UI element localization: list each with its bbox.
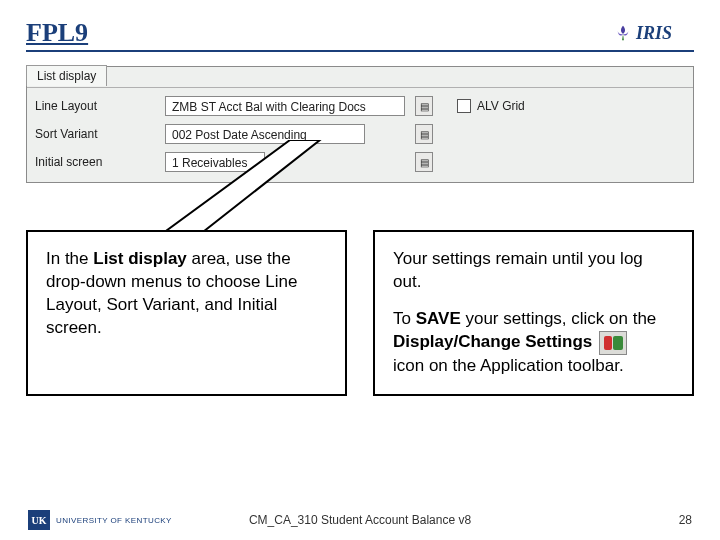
alv-grid-checkbox[interactable]: [457, 99, 471, 113]
display-change-settings-icon: [599, 331, 627, 355]
line-layout-row: Line Layout ZMB ST Acct Bal with Clearin…: [35, 92, 685, 120]
list-display-panel: List display Line Layout ZMB ST Acct Bal…: [26, 66, 694, 183]
alv-grid-label: ALV Grid: [477, 99, 525, 113]
header: FPL9 IRIS: [26, 18, 694, 52]
line-layout-field[interactable]: ZMB ST Acct Bal with Clearing Docs: [165, 96, 405, 116]
left-callout-text-1: In the: [46, 249, 93, 268]
page-number: 28: [679, 513, 692, 527]
uk-logo: UK UNIVERSITY OF KENTUCKY: [28, 510, 172, 530]
iris-logo: IRIS: [614, 18, 694, 48]
list-display-tab[interactable]: List display: [26, 65, 107, 86]
right-callout-settings-bold: Display/Change Settings: [393, 332, 592, 351]
sort-variant-field[interactable]: 002 Post Date Ascending: [165, 124, 365, 144]
initial-screen-picker-icon[interactable]: ▤: [415, 152, 433, 172]
left-callout-bold: List display: [93, 249, 187, 268]
right-callout-p2a: To: [393, 309, 416, 328]
right-callout-p2b: your settings, click on the: [461, 309, 657, 328]
footer: UK UNIVERSITY OF KENTUCKY CM_CA_310 Stud…: [0, 510, 720, 530]
initial-screen-row: Initial screen 1 Receivables ▤: [35, 148, 685, 176]
page-title: FPL9: [26, 18, 88, 48]
right-callout-save-bold: SAVE: [416, 309, 461, 328]
footer-doc-title: CM_CA_310 Student Account Balance v8: [249, 513, 471, 527]
initial-screen-field[interactable]: 1 Receivables: [165, 152, 265, 172]
line-layout-picker-icon[interactable]: ▤: [415, 96, 433, 116]
right-callout-p2: To SAVE your settings, click on the Disp…: [393, 308, 674, 378]
line-layout-label: Line Layout: [35, 99, 165, 113]
uk-text: UNIVERSITY OF KENTUCKY: [56, 516, 172, 525]
right-callout-p1: Your settings remain until you log out.: [393, 248, 674, 294]
right-callout-p2c: icon on the Application toolbar.: [393, 356, 624, 375]
right-callout: Your settings remain until you log out. …: [373, 230, 694, 396]
uk-badge: UK: [28, 510, 50, 530]
left-callout: In the List display area, use the drop-d…: [26, 230, 347, 396]
iris-flower-icon: [614, 24, 632, 42]
sort-variant-row: Sort Variant 002 Post Date Ascending ▤: [35, 120, 685, 148]
sort-variant-label: Sort Variant: [35, 127, 165, 141]
initial-screen-label: Initial screen: [35, 155, 165, 169]
iris-logo-text: IRIS: [636, 23, 672, 44]
sort-variant-picker-icon[interactable]: ▤: [415, 124, 433, 144]
